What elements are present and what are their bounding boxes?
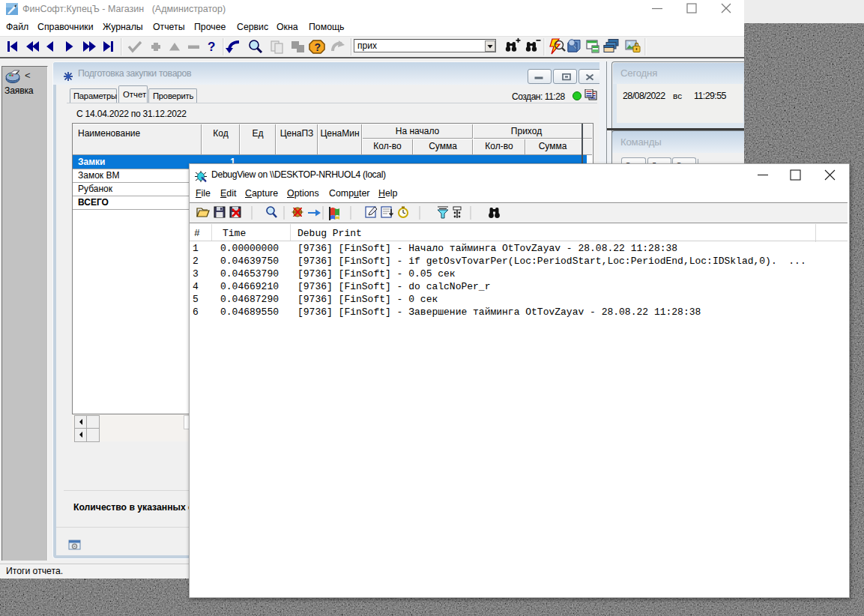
svg-text:?: ? (315, 41, 321, 53)
svg-text:?: ? (208, 40, 215, 54)
